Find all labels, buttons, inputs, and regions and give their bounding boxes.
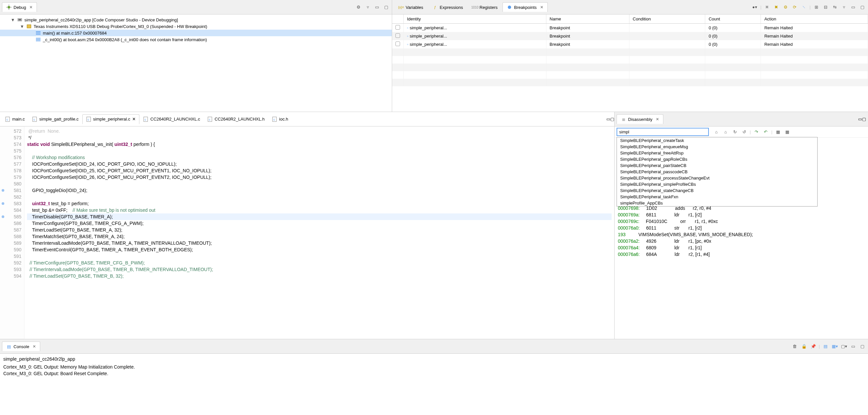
view-menu-icon[interactable]: ▿	[840, 4, 847, 11]
refresh-icon[interactable]: ↻	[731, 128, 739, 136]
new-bp-icon[interactable]: ●▾	[751, 4, 758, 11]
disasm-line[interactable]: 0000769c: F041010C orr r1, r1, #0xc	[618, 218, 868, 225]
code-line[interactable]: TimerMatchSet(GPT0_BASE, TIMER_A, 24);	[27, 233, 612, 240]
code-line[interactable]: static void SimpleBLEPeripheral_ws_init(…	[27, 141, 612, 148]
disasm-line[interactable]: 193 VIMSModeSet(VIMS_BASE, VIMS_MODE_ENA…	[618, 231, 868, 238]
maximize-icon[interactable]: ▢	[859, 343, 866, 350]
link-icon[interactable]: ⟍	[801, 4, 808, 11]
step-icon[interactable]: ↷	[753, 128, 760, 136]
tab-variables[interactable]: (x)=Variables	[394, 2, 427, 12]
close-icon[interactable]: ✕	[540, 5, 544, 9]
code-line[interactable]	[27, 148, 612, 154]
code-line[interactable]: uint32_t test_bp = perform;	[27, 200, 612, 207]
breakpoint-row[interactable]: ◦ simple_peripheral...Breakpoint0 (0)Rem…	[392, 24, 868, 32]
collapse-icon[interactable]: ⊟	[822, 4, 829, 11]
editor-tab[interactable]: cCC2640R2_LAUNCHXL.c	[140, 114, 204, 124]
refresh2-icon[interactable]: ↺	[741, 128, 748, 136]
minimize-icon[interactable]: ▭	[373, 4, 381, 11]
maximize-icon[interactable]: ▢	[859, 4, 866, 11]
breakpoint-marker-icon[interactable]	[1, 215, 5, 218]
disasm-address-input[interactable]	[617, 128, 709, 136]
code-line[interactable]: */	[27, 134, 612, 141]
link2-icon[interactable]: ⇆	[831, 4, 838, 11]
remove-icon[interactable]: ✖	[764, 4, 771, 11]
minimize-icon[interactable]: ▭	[849, 4, 857, 11]
close-icon[interactable]: ✕	[656, 117, 659, 122]
maximize-icon[interactable]: ▢	[610, 117, 614, 122]
column-header[interactable]: Action	[761, 14, 868, 24]
step2-icon[interactable]: ↶	[762, 128, 769, 136]
autocomplete-item[interactable]: SimpleBLEPeripheral_passcodeCB	[617, 169, 817, 175]
home-icon[interactable]: ⌂	[713, 128, 720, 136]
breakpoint-marker-icon[interactable]	[1, 189, 5, 192]
code-editor[interactable]: 5725735745755765775785795805815825835845…	[0, 126, 614, 339]
debug-toolbar-btn[interactable]: ⚙	[355, 4, 362, 11]
disclosure-icon[interactable]: ▼	[10, 18, 15, 22]
debug-stack-tree[interactable]: ▼simple_peripheral_cc2640r2lp_app [Code …	[0, 14, 392, 45]
autocomplete-item[interactable]: SimpleBLEPeripheral_freeAttRsp	[617, 150, 817, 156]
disasm-line[interactable]: 000076a4: 6809 ldr r1, [r1]	[618, 245, 868, 251]
disasm-line[interactable]: 0000769a: 6811 ldr r1, [r2]	[618, 212, 868, 218]
toggle2-icon[interactable]: ▦	[784, 128, 791, 136]
code-line[interactable]: // TimerLoadSet(GPT0_BASE, TIMER_B, 32);	[27, 273, 612, 279]
close-icon[interactable]: ✕	[33, 344, 36, 349]
breakpoint-row[interactable]: ◦ simple_peripheral...Breakpoint0 (0)Rem…	[392, 40, 868, 49]
debug-tab[interactable]: Debug ✕	[2, 2, 37, 12]
stack-frame-row[interactable]: ▼Texas Instruments XDS110 USB Debug Prob…	[0, 23, 392, 30]
toggle-icon[interactable]: ▦	[774, 128, 782, 136]
code-line[interactable]: IOCPortConfigureSet(IOID_24, IOC_PORT_GP…	[27, 161, 612, 167]
code-line[interactable]: test_bp &= 0xFF; // Make sure test_bp is…	[27, 207, 612, 214]
column-header[interactable]: Name	[546, 14, 629, 24]
code-line[interactable]: TimerIntervalLoadMode(GPT0_BASE, TIMER_A…	[27, 240, 612, 246]
disassembly-tab[interactable]: ≣ Disassembly ✕	[617, 114, 663, 124]
breakpoint-row[interactable]: ◦ simple_peripheral...Breakpoint0 (0)Rem…	[392, 32, 868, 40]
minimize-icon[interactable]: ▭	[849, 343, 857, 350]
code-line[interactable]: GPIO_toggleDio(IOID_24);	[27, 187, 612, 194]
code-line[interactable]: TimerConfigure(GPT0_BASE, TIMER_CFG_A_PW…	[27, 220, 612, 227]
autocomplete-item[interactable]: SimpleBLEPeripheral_processStateChangeEv…	[617, 175, 817, 181]
console-tab[interactable]: ▤ Console ✕	[2, 342, 40, 351]
skip-icon[interactable]: ⟳	[791, 4, 799, 11]
clear-icon[interactable]: 🗑	[791, 343, 799, 350]
code-line[interactable]	[27, 253, 612, 259]
pin-icon[interactable]: 📌	[810, 343, 817, 350]
close-icon[interactable]: ✕	[29, 5, 33, 9]
autocomplete-item[interactable]: SimpleBLEPeripheral_gapRoleCBs	[617, 156, 817, 162]
code-line[interactable]: // Workshop modifications	[27, 154, 612, 161]
disclosure-icon[interactable]: ▼	[20, 24, 24, 29]
code-line[interactable]: TimerDisable(GPT0_BASE, TIMER_A);	[27, 214, 612, 220]
close-icon[interactable]: ✕	[132, 117, 136, 122]
breakpoint-marker-icon[interactable]	[1, 202, 5, 205]
stack-frame-row[interactable]: ▼simple_peripheral_cc2640r2lp_app [Code …	[0, 17, 392, 23]
view-menu-icon[interactable]: ▿	[364, 4, 371, 11]
bp-checkbox[interactable]	[396, 41, 400, 46]
home2-icon[interactable]: ⌂	[722, 128, 729, 136]
autocomplete-item[interactable]: SimpleBLEPeripheral_taskFxn	[617, 194, 817, 200]
autocomplete-item[interactable]: SimpleBLEPeripheral_stateChangeCB	[617, 187, 817, 194]
autocomplete-item[interactable]: SimpleBLEPeripheral_enqueueMsg	[617, 143, 817, 150]
column-header[interactable]: Count	[705, 14, 761, 24]
editor-tab[interactable]: csimple_peripheral.c✕	[82, 114, 140, 124]
editor-tab[interactable]: cmain.c	[1, 114, 28, 124]
autocomplete-item[interactable]: SimpleBLEPeripheral_pairStateCB	[617, 162, 817, 169]
display-icon[interactable]: ▤	[822, 343, 829, 350]
code-line[interactable]	[27, 181, 612, 187]
minimize-icon[interactable]: ▭	[606, 117, 610, 122]
code-line[interactable]: TimerEventControl(GPT0_BASE, TIMER_A, TI…	[27, 246, 612, 253]
autocomplete-popup[interactable]: SimpleBLEPeripheral_createTaskSimpleBLEP…	[617, 137, 817, 206]
autocomplete-item[interactable]: SimpleBLEPeripheral_createTask	[617, 137, 817, 143]
minimize-icon[interactable]: ▭	[858, 117, 862, 122]
goto-icon[interactable]: ⚙	[782, 4, 789, 11]
column-header[interactable]: Condition	[629, 14, 705, 24]
editor-tab[interactable]: cioc.h	[268, 114, 292, 124]
autocomplete-item[interactable]: simpleProfile_AppCBs	[617, 200, 817, 206]
tab-expressions[interactable]: ƒExpressions	[428, 2, 467, 12]
code-line[interactable]: // TimerIntervalLoadMode(GPT0_BASE, TIME…	[27, 266, 612, 273]
disasm-line[interactable]: 000076a2: 4926 ldr r1, [pc, #0x	[618, 238, 868, 245]
code-line[interactable]: // TimerConfigure(GPT0_BASE, TIMER_CFG_B…	[27, 259, 612, 266]
code-line[interactable]: @return None.	[27, 128, 612, 134]
remove-all-icon[interactable]: ✖	[773, 4, 780, 11]
open-console-icon[interactable]: ▦▾	[831, 343, 838, 350]
editor-tab[interactable]: cCC2640R2_LAUNCHXL.h	[204, 114, 268, 124]
breakpoints-table[interactable]: IdentityNameConditionCountAction ◦ simpl…	[392, 14, 868, 86]
